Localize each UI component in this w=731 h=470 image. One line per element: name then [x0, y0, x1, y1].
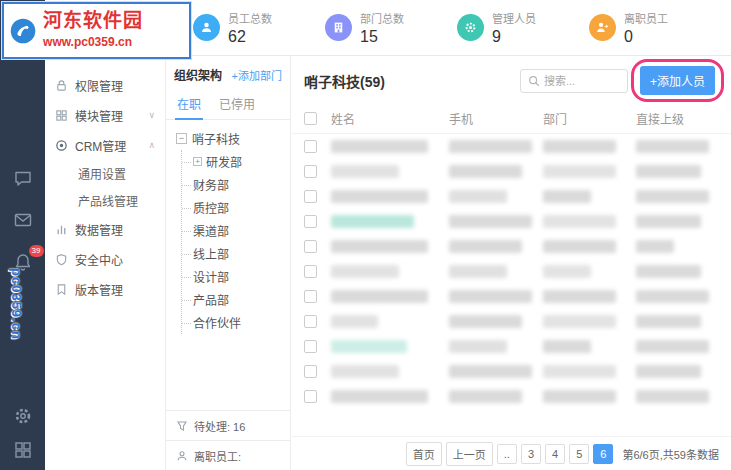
row-checkbox[interactable] — [304, 190, 317, 203]
tree-node[interactable]: 设计部 — [193, 265, 286, 288]
menu-item-version[interactable]: 版本管理 — [45, 274, 165, 304]
menu-item-label: 模块管理 — [75, 107, 123, 124]
menu-item-permissions[interactable]: 权限管理 — [45, 70, 165, 100]
tree-node-root[interactable]: − 哨子科技 — [176, 130, 286, 147]
pagination: 首页 上一页 .. 3 4 5 6 第6/6页,共59条数据 — [292, 436, 731, 470]
menu-item-crm[interactable]: CRM管理 ∧ — [45, 130, 165, 160]
row-checkbox[interactable] — [304, 390, 317, 403]
table-row[interactable] — [292, 234, 731, 259]
menu-item-label: 通用设置 — [78, 165, 126, 182]
stat-managers: 管理人员 9 — [457, 10, 549, 46]
blurred-cell — [331, 165, 399, 178]
departed-icon — [589, 14, 616, 41]
tab-active-staff[interactable]: 在职 — [175, 90, 203, 120]
blurred-cell — [331, 365, 399, 378]
stat-label: 离职员工 — [624, 10, 668, 26]
tab-disabled[interactable]: 已停用 — [217, 90, 257, 119]
blurred-cell — [543, 240, 616, 253]
shield-icon — [55, 253, 68, 266]
table-row[interactable] — [292, 334, 731, 359]
pagination-prev[interactable]: 上一页 — [446, 442, 493, 466]
pagination-page[interactable]: 5 — [569, 444, 589, 464]
menu-item-data[interactable]: 数据管理 — [45, 214, 165, 244]
admin-menu-sidebar: 权限管理 模块管理 ∨ CRM管理 ∧ 通用设置 产品线管理 数据管理 安全中心… — [45, 56, 166, 470]
table-row[interactable] — [292, 259, 731, 284]
pending-icon — [176, 420, 188, 432]
tree-node[interactable]: 财务部 — [193, 173, 286, 196]
collapse-toggle-icon[interactable]: − — [176, 133, 187, 144]
expand-toggle-icon[interactable]: + — [193, 157, 202, 166]
table-row[interactable] — [292, 284, 731, 309]
tree-node[interactable]: 合作伙伴 — [193, 311, 286, 334]
blurred-cell — [449, 340, 507, 353]
row-checkbox[interactable] — [304, 315, 317, 328]
search-input[interactable] — [544, 75, 616, 87]
tree-root-label: 哨子科技 — [192, 130, 240, 147]
stat-value: 9 — [492, 28, 536, 46]
stat-total-employees: 员工总数 62 — [193, 10, 285, 46]
row-checkbox[interactable] — [304, 290, 317, 303]
watermark-logo-icon — [10, 13, 36, 49]
pending-label: 待处理: 16 — [194, 418, 245, 434]
apps-grid-icon[interactable] — [13, 440, 33, 460]
search-box[interactable] — [520, 69, 628, 93]
pagination-page[interactable]: 4 — [545, 444, 565, 464]
row-checkbox[interactable] — [304, 340, 317, 353]
table-row[interactable] — [292, 384, 731, 409]
pagination-summary: 第6/6页,共59条数据 — [622, 446, 719, 462]
row-checkbox[interactable] — [304, 365, 317, 378]
blurred-cell — [331, 240, 428, 253]
pending-items[interactable]: 待处理: 16 — [166, 410, 290, 440]
icon-sidebar: 39 — [0, 0, 45, 470]
pagination-ellipsis[interactable]: .. — [497, 444, 517, 464]
tree-node[interactable]: 线上部 — [193, 242, 286, 265]
blurred-cell — [543, 315, 616, 328]
chat-icon[interactable] — [13, 168, 33, 188]
pagination-first[interactable]: 首页 — [406, 442, 442, 466]
gear-icon[interactable] — [13, 406, 33, 426]
menu-item-modules[interactable]: 模块管理 ∨ — [45, 100, 165, 130]
row-checkbox[interactable] — [304, 265, 317, 278]
table-row[interactable] — [292, 184, 731, 209]
blurred-cell — [543, 390, 616, 403]
site-watermark: 河东软件园 www.pc0359.cn — [2, 2, 191, 59]
table-row[interactable] — [292, 309, 731, 334]
table-row[interactable] — [292, 209, 731, 234]
pagination-page-active[interactable]: 6 — [593, 444, 613, 464]
row-checkbox[interactable] — [304, 215, 317, 228]
stat-value: 0 — [624, 28, 668, 46]
menu-item-security[interactable]: 安全中心 — [45, 244, 165, 274]
blurred-cell — [636, 340, 709, 353]
page-title: 哨子科技(59) — [304, 71, 385, 91]
stat-value: 15 — [360, 28, 404, 46]
pagination-page[interactable]: 3 — [521, 444, 541, 464]
menu-item-product-lines[interactable]: 产品线管理 — [45, 187, 165, 214]
blurred-cell — [636, 290, 709, 303]
row-checkbox[interactable] — [304, 240, 317, 253]
search-icon — [528, 75, 540, 87]
row-checkbox[interactable] — [304, 140, 317, 153]
blurred-cell — [449, 265, 507, 278]
tree-node[interactable]: +研发部 — [193, 150, 286, 173]
select-all-checkbox[interactable] — [304, 112, 317, 125]
tree-node[interactable]: 渠道部 — [193, 219, 286, 242]
add-person-button[interactable]: +添加人员 — [640, 66, 715, 95]
tree-node[interactable]: 质控部 — [193, 196, 286, 219]
table-row[interactable] — [292, 134, 731, 159]
blurred-cell — [636, 390, 709, 403]
blurred-cell — [331, 215, 414, 228]
mail-icon[interactable] — [13, 210, 33, 230]
blurred-cell — [449, 315, 522, 328]
table-row[interactable] — [292, 159, 731, 184]
blurred-cell — [449, 140, 532, 153]
resigned-employees[interactable]: 离职员工: — [166, 440, 290, 470]
employees-icon — [193, 14, 220, 41]
tree-node[interactable]: 产品部 — [193, 288, 286, 311]
menu-item-label: 数据管理 — [75, 221, 123, 238]
blurred-cell — [543, 265, 591, 278]
add-department-link[interactable]: +添加部门 — [232, 67, 282, 83]
row-checkbox[interactable] — [304, 165, 317, 178]
table-row[interactable] — [292, 359, 731, 384]
menu-item-general-settings[interactable]: 通用设置 — [45, 160, 165, 187]
departments-icon — [325, 14, 352, 41]
